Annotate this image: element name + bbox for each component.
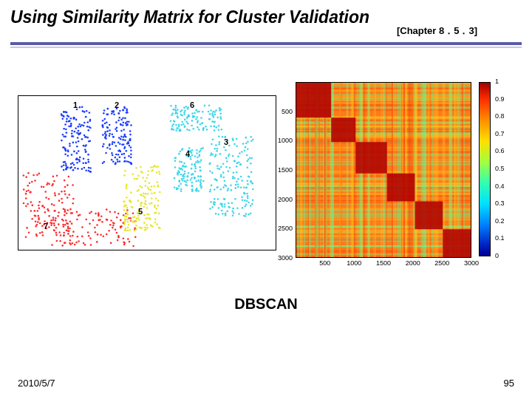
svg-point-596 (135, 167, 137, 169)
svg-point-844 (183, 177, 185, 180)
colorbar-tick: 0.9 (495, 95, 505, 103)
svg-rect-1262 (352, 83, 354, 257)
svg-point-436 (106, 147, 109, 149)
svg-point-462 (106, 113, 108, 115)
svg-point-89 (44, 211, 47, 214)
svg-point-937 (246, 160, 248, 163)
svg-point-652 (137, 174, 140, 177)
svg-point-497 (104, 137, 106, 139)
svg-point-72 (58, 211, 60, 214)
svg-point-977 (220, 166, 222, 168)
svg-point-285 (83, 167, 86, 169)
svg-point-165 (64, 211, 66, 213)
svg-point-447 (112, 160, 115, 163)
svg-point-1061 (252, 188, 254, 191)
svg-point-276 (86, 137, 89, 139)
svg-point-423 (129, 130, 132, 132)
svg-point-260 (64, 111, 66, 113)
svg-point-91 (35, 220, 37, 222)
svg-point-234 (117, 213, 120, 215)
svg-point-659 (135, 178, 137, 180)
svg-point-131 (69, 228, 71, 230)
svg-point-674 (197, 126, 199, 129)
heatmap-x-tick: 1500 (376, 259, 391, 267)
svg-point-749 (183, 113, 185, 115)
svg-point-116 (23, 188, 25, 191)
svg-point-1035 (212, 154, 214, 156)
svg-point-636 (126, 219, 129, 221)
svg-point-122 (100, 215, 103, 217)
heatmap-svg (296, 83, 471, 257)
svg-point-650 (145, 193, 147, 195)
svg-point-226 (53, 229, 55, 231)
svg-point-955 (246, 154, 248, 157)
svg-point-78 (44, 191, 47, 193)
svg-point-1045 (245, 205, 247, 208)
svg-point-60 (61, 202, 64, 204)
svg-point-602 (134, 216, 136, 219)
svg-point-216 (78, 214, 80, 216)
heatmap-x-tick: 2000 (406, 259, 420, 267)
svg-point-578 (145, 180, 147, 183)
svg-point-38 (25, 193, 27, 195)
svg-point-638 (144, 197, 146, 199)
svg-point-341 (72, 142, 75, 144)
svg-point-291 (80, 126, 82, 128)
svg-point-540 (142, 177, 144, 179)
colorbar-tick: 0.3 (495, 200, 505, 207)
svg-point-513 (123, 143, 125, 146)
svg-point-631 (123, 201, 125, 203)
svg-point-71 (37, 221, 39, 223)
svg-point-65 (25, 197, 27, 200)
svg-point-350 (61, 140, 63, 142)
cluster-label-6: 6 (190, 100, 194, 109)
svg-point-781 (214, 120, 216, 123)
svg-point-6 (60, 234, 62, 236)
svg-point-90 (64, 186, 66, 188)
svg-point-338 (89, 112, 91, 114)
svg-point-677 (200, 117, 202, 119)
svg-point-329 (67, 151, 69, 153)
svg-point-49 (26, 227, 28, 229)
svg-point-465 (127, 141, 129, 143)
svg-point-697 (210, 109, 212, 112)
svg-point-215 (55, 217, 57, 219)
svg-point-872 (200, 150, 202, 152)
svg-rect-1258 (429, 83, 430, 257)
svg-point-1071 (222, 171, 225, 174)
svg-point-387 (122, 117, 124, 119)
svg-point-15 (28, 232, 30, 234)
svg-point-580 (147, 187, 149, 189)
svg-point-645 (146, 227, 149, 229)
svg-point-75 (66, 212, 68, 214)
svg-point-205 (78, 240, 80, 242)
svg-point-108 (53, 204, 55, 206)
svg-point-501 (128, 161, 130, 163)
svg-point-178 (126, 209, 129, 211)
svg-point-991 (245, 143, 248, 145)
cluster-label-3: 3 (224, 137, 228, 146)
svg-point-532 (138, 219, 140, 221)
svg-point-307 (65, 163, 67, 165)
svg-point-762 (179, 130, 181, 132)
svg-point-664 (129, 201, 132, 203)
svg-point-633 (143, 222, 146, 224)
svg-point-19 (36, 174, 38, 176)
svg-point-912 (222, 205, 224, 208)
svg-point-129 (52, 219, 55, 221)
svg-point-192 (106, 219, 108, 221)
svg-point-283 (63, 128, 65, 130)
heatmap-y-tick: 3000 (278, 254, 293, 262)
svg-point-641 (151, 202, 153, 205)
svg-point-415 (104, 131, 106, 133)
svg-point-1069 (236, 138, 238, 140)
svg-point-217 (123, 242, 125, 244)
svg-point-997 (228, 171, 230, 173)
svg-point-557 (126, 216, 128, 218)
svg-point-435 (106, 130, 109, 132)
svg-point-152 (74, 244, 76, 246)
svg-point-391 (122, 139, 124, 141)
svg-point-586 (156, 171, 158, 174)
svg-point-349 (82, 110, 84, 112)
svg-point-646 (128, 224, 130, 226)
